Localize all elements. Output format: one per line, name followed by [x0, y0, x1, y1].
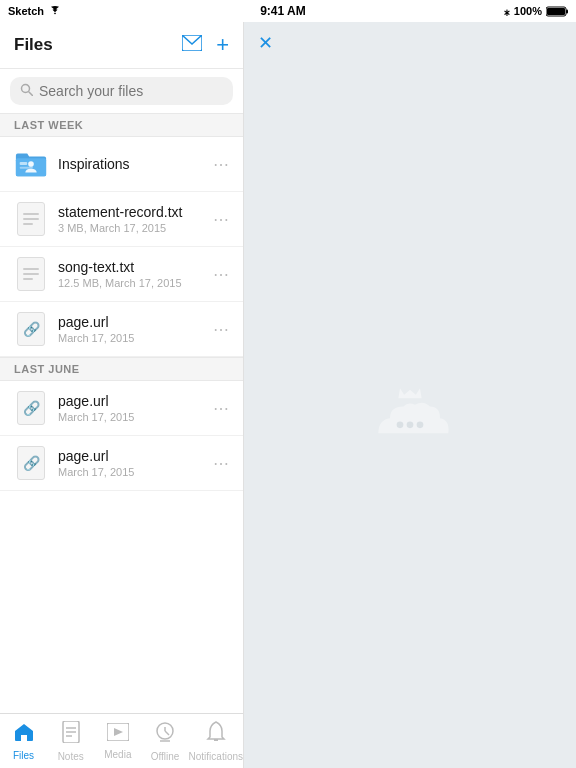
- page-title: Files: [14, 35, 53, 55]
- tab-icon-files: [13, 722, 35, 747]
- top-bar-actions: +: [182, 32, 229, 58]
- tab-item-files[interactable]: Files: [0, 722, 47, 761]
- file-name: song-text.txt: [58, 259, 205, 275]
- compose-icon[interactable]: [182, 35, 202, 56]
- cloud-icon: [360, 374, 460, 458]
- file-info: page.urlMarch 17, 2015: [58, 393, 205, 423]
- tab-icon-media: [107, 723, 129, 746]
- file-meta: March 17, 2015: [58, 411, 205, 423]
- list-item[interactable]: Inspirations⋯: [0, 137, 243, 192]
- file-more-button[interactable]: ⋯: [205, 265, 229, 284]
- tab-label-files: Files: [13, 750, 34, 761]
- link-icon: 🔗: [17, 391, 45, 425]
- close-button[interactable]: ✕: [258, 32, 273, 54]
- svg-rect-1: [566, 9, 568, 13]
- file-more-button[interactable]: ⋯: [205, 320, 229, 339]
- section-header: LAST WEEK: [0, 113, 243, 137]
- doc-icon: [17, 257, 45, 291]
- file-info: song-text.txt12.5 MB, March 17, 2015: [58, 259, 205, 289]
- svg-rect-8: [20, 167, 33, 169]
- list-item[interactable]: 🔗 page.urlMarch 17, 2015⋯: [0, 381, 243, 436]
- svg-line-5: [29, 92, 33, 96]
- doc-icon: [14, 257, 48, 291]
- file-more-button[interactable]: ⋯: [205, 454, 229, 473]
- tab-icon-notes: [61, 721, 81, 748]
- cloud-area: [244, 64, 576, 768]
- search-bar: [0, 69, 243, 113]
- status-bar: Sketch 9:41 AM ⁎ 100%: [0, 0, 576, 22]
- svg-marker-21: [398, 388, 421, 398]
- list-item[interactable]: 🔗 page.urlMarch 17, 2015⋯: [0, 436, 243, 491]
- svg-marker-15: [114, 728, 123, 736]
- wifi-icon: [48, 6, 62, 16]
- list-item[interactable]: song-text.txt12.5 MB, March 17, 2015⋯: [0, 247, 243, 302]
- file-info: Inspirations: [58, 156, 205, 172]
- tab-item-media[interactable]: Media: [94, 723, 141, 760]
- search-input[interactable]: [39, 83, 223, 99]
- search-icon: [20, 83, 33, 99]
- bluetooth-icon: ⁎: [504, 5, 510, 18]
- battery-icon: [546, 6, 568, 17]
- file-name: statement-record.txt: [58, 204, 205, 220]
- svg-rect-7: [20, 162, 28, 165]
- search-wrapper: [10, 77, 233, 105]
- tab-label-notes: Notes: [58, 751, 84, 762]
- file-more-button[interactable]: ⋯: [205, 155, 229, 174]
- file-more-button[interactable]: ⋯: [205, 399, 229, 418]
- svg-rect-2: [547, 8, 565, 15]
- tab-item-notifications[interactable]: Notifications: [189, 721, 243, 762]
- battery-text: 100%: [514, 5, 542, 17]
- status-right: ⁎ 100%: [504, 5, 568, 18]
- tab-item-offline[interactable]: Offline: [141, 721, 188, 762]
- svg-line-18: [165, 731, 169, 735]
- file-meta: March 17, 2015: [58, 466, 205, 478]
- main-layout: Files +: [0, 22, 576, 768]
- file-name: page.url: [58, 448, 205, 464]
- folder-icon: [14, 147, 48, 181]
- svg-point-22: [397, 422, 404, 429]
- tab-item-notes[interactable]: Notes: [47, 721, 94, 762]
- file-name: Inspirations: [58, 156, 205, 172]
- file-info: statement-record.txt3 MB, March 17, 2015: [58, 204, 205, 234]
- right-panel: ✕: [244, 22, 576, 768]
- tab-label-offline: Offline: [151, 751, 180, 762]
- file-info: page.urlMarch 17, 2015: [58, 448, 205, 478]
- tab-bar: FilesNotesMediaOfflineNotifications: [0, 713, 243, 768]
- section-header: LAST JUNE: [0, 357, 243, 381]
- file-info: page.urlMarch 17, 2015: [58, 314, 205, 344]
- file-name: page.url: [58, 314, 205, 330]
- svg-point-4: [22, 85, 30, 93]
- file-name: page.url: [58, 393, 205, 409]
- tab-icon-notifications: [206, 721, 226, 748]
- add-button[interactable]: +: [216, 32, 229, 58]
- left-panel: Files +: [0, 22, 244, 768]
- link-icon: 🔗: [17, 446, 45, 480]
- right-top-bar: ✕: [244, 22, 576, 64]
- tab-label-media: Media: [104, 749, 131, 760]
- folder-icon: [14, 149, 48, 179]
- tab-label-notifications: Notifications: [189, 751, 243, 762]
- link-icon: 🔗: [14, 446, 48, 480]
- link-icon: 🔗: [14, 391, 48, 425]
- svg-point-24: [417, 422, 424, 429]
- list-item[interactable]: statement-record.txt3 MB, March 17, 2015…: [0, 192, 243, 247]
- svg-point-9: [28, 161, 34, 167]
- status-left: Sketch: [8, 5, 62, 17]
- status-time: 9:41 AM: [260, 4, 306, 18]
- tab-icon-offline: [155, 721, 175, 748]
- file-list: LAST WEEK Inspirations⋯ statement-record…: [0, 113, 243, 713]
- doc-icon: [14, 202, 48, 236]
- file-meta: 12.5 MB, March 17, 2015: [58, 277, 205, 289]
- top-bar: Files +: [0, 22, 243, 69]
- doc-icon: [17, 202, 45, 236]
- file-meta: 3 MB, March 17, 2015: [58, 222, 205, 234]
- link-icon: 🔗: [14, 312, 48, 346]
- file-meta: March 17, 2015: [58, 332, 205, 344]
- list-item[interactable]: 🔗 page.urlMarch 17, 2015⋯: [0, 302, 243, 357]
- file-more-button[interactable]: ⋯: [205, 210, 229, 229]
- svg-point-23: [407, 422, 414, 429]
- carrier-text: Sketch: [8, 5, 44, 17]
- link-icon: 🔗: [17, 312, 45, 346]
